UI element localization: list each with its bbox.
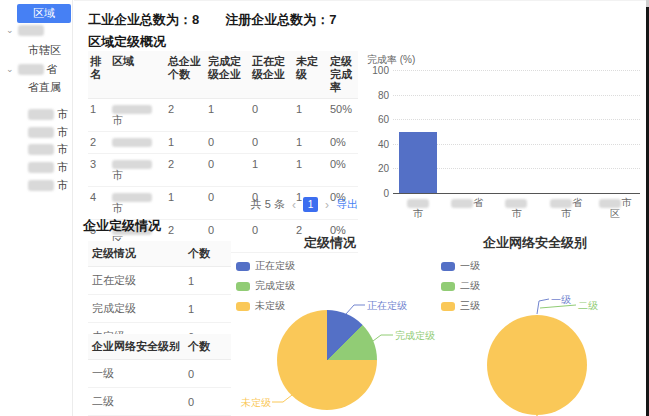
redacted-text [451,199,473,208]
redacted-text [28,127,54,138]
pie1-callout-unrated: 未定级 [241,396,271,410]
table-cell: 1 [294,132,328,154]
table-cell: 0 [206,132,250,154]
tree-item-label: 市辖区 [28,43,61,58]
legend-label: 完成定级 [255,279,295,293]
legend-item[interactable]: 正在定级 [236,259,295,273]
table-row: 正在定级1 [88,267,231,295]
pie2-title: 企业网络安全级别 [440,234,630,252]
table-cell: 1 [206,99,250,132]
x-tick-label: 市区 [591,197,640,219]
gridline [393,119,640,120]
gridline [393,95,640,96]
redacted-text [112,105,152,114]
table-row: 完成定级1 [88,295,231,323]
prev-page-button[interactable]: ‹ [292,198,296,212]
region-cell [110,132,166,154]
table-cell: 0% [328,154,358,187]
column-header: 总企业个数 [166,51,206,99]
tree-item[interactable]: 市 [28,125,68,140]
legend-marker [236,262,250,271]
redacted-text [28,162,54,173]
table-cell: 正在定级 [88,267,184,295]
redacted-text [550,199,572,208]
legend-marker [441,282,455,291]
legend-item[interactable]: 完成定级 [236,279,295,293]
caret-down-icon[interactable]: ⌄ [6,64,14,74]
legend-item[interactable]: 三级 [441,299,480,313]
x-tick-label: 市 [393,197,442,219]
tree-item-label: 市 [57,107,68,122]
tree-item[interactable]: 市 [28,178,68,193]
tree-item[interactable]: 市 [28,142,68,157]
table-cell: 1 [184,267,231,295]
tree-item[interactable]: ⌄省 [6,62,58,77]
table-row: 一级0 [88,360,231,388]
stat-registered-value: 7 [329,12,336,27]
table-cell: 3 [88,154,110,187]
sidebar-title-region[interactable]: 区域 [17,4,71,23]
pie1-callout-completed: 完成定级 [395,329,435,343]
x-tick-label: 省 [442,197,491,208]
redacted-text [18,64,44,75]
column-header: 正在定级企业 [250,51,294,99]
pagination: 共 5 条 ‹ 1 › 导出 [88,197,358,212]
next-page-button[interactable]: › [325,198,329,212]
tree-item[interactable]: ⌄ [6,25,44,36]
tree-item[interactable]: 市 [28,107,68,122]
table-cell: 完成定级 [88,295,184,323]
pie1-title: 定级情况 [235,234,425,252]
tree-item-label: 市 [57,178,68,193]
export-button[interactable]: 导出 [336,197,358,212]
pagination-total: 共 5 条 [251,197,285,212]
page-number-button[interactable]: 1 [303,197,318,212]
sidebar: 区域 ⌄市辖区⌄省省直属市市市市市 [0,0,73,416]
column-header: 定级情况 [88,241,184,267]
stats-bar: 工业企业总数为：8 注册企业总数为：7 [88,11,336,29]
y-tick-label: 20 [367,163,389,174]
tree-item[interactable]: 市辖区 [28,43,61,58]
table-cell: 50% [328,99,358,132]
table-cell: 1 [250,154,294,187]
redacted-text [599,199,621,208]
stat-industrial-label: 工业企业总数为： [88,12,192,27]
legend-item[interactable]: 一级 [441,259,480,273]
redacted-text [407,199,429,208]
legend-label: 正在定级 [255,259,295,273]
legend-marker [441,302,455,311]
security-level-table: 企业网络安全级别个数一级0二级0三级2 [88,334,231,416]
pie2-callout-level1: 一级 [551,293,571,307]
tree-item[interactable]: 市 [28,160,68,175]
column-header: 企业网络安全级别 [88,334,184,360]
table-row: 210010% [88,132,358,154]
legend-item[interactable]: 未定级 [236,299,295,313]
table-cell: 1 [88,99,110,132]
tree-item[interactable]: 省直属 [28,80,61,95]
pie1-legend: 正在定级完成定级未定级 [236,259,295,313]
table-cell: 0 [250,132,294,154]
pie2-legend: 一级二级三级 [441,259,480,313]
column-header: 排名 [88,51,110,99]
table-row: 二级0 [88,388,231,416]
pie2-chart [487,315,587,415]
security-level-pie-card: 企业网络安全级别 一级二级三级 一级 二级 [440,228,648,416]
region-cell: 市 [110,99,166,132]
legend-marker [236,302,250,311]
redacted-text [112,160,152,169]
legend-item[interactable]: 二级 [441,279,480,293]
table-cell: 0 [184,388,231,416]
legend-marker [441,262,455,271]
stat-industrial-value: 8 [192,12,199,27]
stat-industrial-total: 工业企业总数为：8 [88,11,199,29]
redacted-text [28,180,54,191]
table-cell: 0 [206,154,250,187]
completion-rate-bar-chart: 完成率 (%) 020406080100市省市省市市区 [365,49,647,219]
table-cell: 一级 [88,360,184,388]
caret-down-icon[interactable]: ⌄ [6,25,14,35]
y-tick-label: 60 [367,114,389,125]
legend-marker [236,282,250,291]
table-cell: 1 [184,295,231,323]
dashboard: 区域 ⌄市辖区⌄省省直属市市市市市 工业企业总数为：8 注册企业总数为：7 区域… [0,0,649,416]
y-tick-label: 80 [367,90,389,101]
table-cell: 0 [250,99,294,132]
